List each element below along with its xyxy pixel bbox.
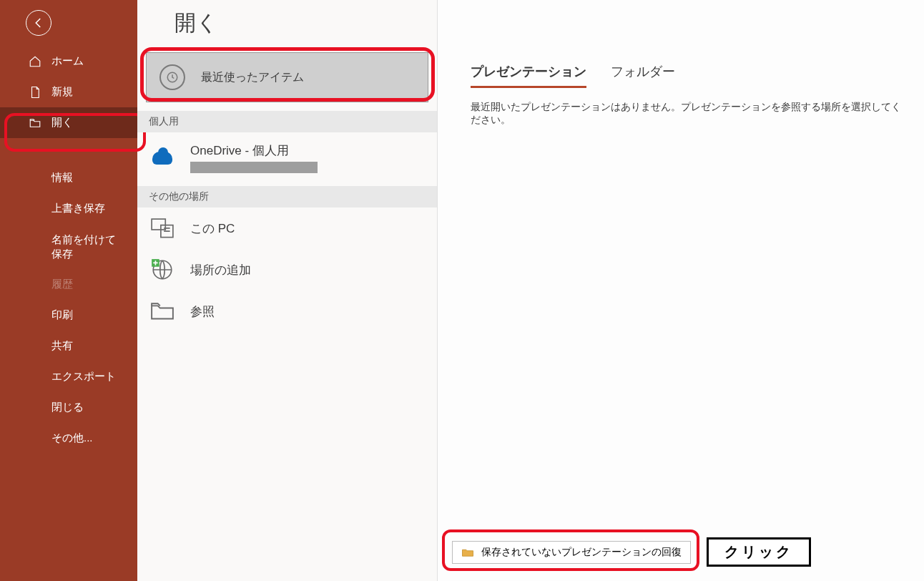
add-place-icon: [150, 259, 175, 280]
home-icon: [29, 55, 41, 68]
folder-open-icon: [29, 117, 41, 130]
nav-export-label: エクスポート: [51, 370, 116, 384]
nav-open-label: 開く: [51, 116, 73, 130]
sidebar: ホーム 新規 開く 情報 上書き保存 名前を付けて保存 履歴 印刷 共有 エクス…: [0, 0, 137, 581]
nav-new[interactable]: 新規: [0, 77, 137, 107]
pc-icon: [150, 218, 175, 239]
nav-info[interactable]: 情報: [0, 162, 137, 193]
nav-home-label: ホーム: [51, 54, 84, 68]
tab-presentations[interactable]: プレゼンテーション: [471, 63, 586, 88]
back-button[interactable]: [26, 10, 51, 36]
nav-history: 履歴: [0, 269, 137, 300]
clock-icon: [159, 64, 185, 90]
locations-panel: 開く 最近使ったアイテム 個人用 OneDrive - 個人用 その他の場所 こ…: [137, 0, 438, 581]
nav-home[interactable]: ホーム: [0, 46, 137, 77]
document-icon: [29, 86, 41, 99]
content-tabs: プレゼンテーション フォルダー: [471, 63, 904, 88]
onedrive-label: OneDrive - 個人用: [190, 142, 318, 159]
recent-items-label: 最近使ったアイテム: [201, 70, 304, 85]
page-title: 開く: [137, 6, 437, 52]
nav-save-label: 上書き保存: [51, 202, 105, 215]
nav-print-label: 印刷: [51, 308, 73, 322]
section-other-header: その他の場所: [137, 186, 437, 208]
onedrive-account-redacted: [190, 162, 318, 173]
nav-history-label: 履歴: [51, 278, 73, 291]
recover-button-label: 保存されていないプレゼンテーションの回復: [481, 546, 682, 559]
folder-icon: [150, 301, 175, 322]
browse-label: 参照: [190, 303, 215, 320]
recent-items-button[interactable]: 最近使ったアイテム: [146, 52, 428, 102]
nav-share-label: 共有: [51, 339, 73, 353]
content-pane: プレゼンテーション フォルダー 最近開いたプレゼンテーションはありません。プレゼ…: [438, 0, 924, 581]
nav-new-label: 新規: [51, 85, 73, 99]
nav-info-label: 情報: [51, 171, 73, 185]
section-personal-header: 個人用: [137, 111, 437, 132]
nav-export[interactable]: エクスポート: [0, 361, 137, 392]
nav-open[interactable]: 開く: [0, 107, 137, 138]
tab-folders[interactable]: フォルダー: [611, 63, 675, 88]
nav-print[interactable]: 印刷: [0, 300, 137, 331]
location-thispc[interactable]: この PC: [137, 208, 437, 249]
location-browse[interactable]: 参照: [137, 290, 437, 332]
onedrive-icon: [150, 147, 175, 169]
recover-area: 保存されていないプレゼンテーションの回復 クリック: [452, 537, 811, 567]
nav-share[interactable]: 共有: [0, 331, 137, 361]
location-onedrive[interactable]: OneDrive - 個人用: [137, 132, 437, 183]
nav-saveas[interactable]: 名前を付けて保存: [0, 224, 137, 269]
nav-more-label: その他...: [51, 431, 93, 445]
svg-rect-1: [152, 219, 165, 230]
recover-unsaved-button[interactable]: 保存されていないプレゼンテーションの回復: [452, 541, 691, 564]
nav-close-label: 閉じる: [51, 401, 84, 414]
nav-close[interactable]: 閉じる: [0, 392, 137, 423]
arrow-left-icon: [32, 16, 45, 29]
nav-save[interactable]: 上書き保存: [0, 193, 137, 224]
addplace-label: 場所の追加: [190, 262, 251, 278]
location-addplace[interactable]: 場所の追加: [137, 249, 437, 290]
folder-small-icon: [461, 547, 474, 557]
annotation-click-label: クリック: [707, 537, 811, 567]
empty-message: 最近開いたプレゼンテーションはありません。プレゼンテーションを参照する場所を選択…: [471, 101, 904, 127]
nav-saveas-label: 名前を付けて保存: [51, 233, 124, 260]
nav-more[interactable]: その他...: [0, 423, 137, 454]
thispc-label: この PC: [190, 220, 235, 237]
